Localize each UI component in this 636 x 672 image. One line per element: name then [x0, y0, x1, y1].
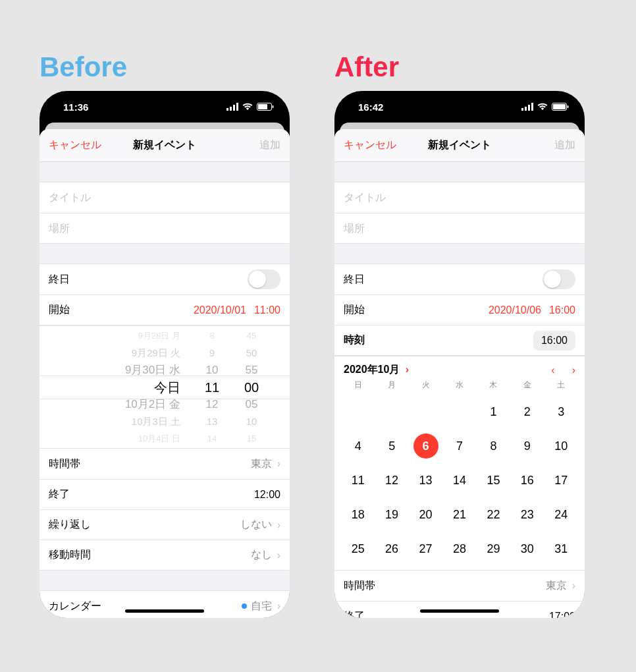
- sheet-navbar: キャンセル 新規イベント 追加: [334, 129, 585, 162]
- add-button[interactable]: 追加: [554, 138, 575, 152]
- timezone-row[interactable]: 時間帯 東京 ›: [40, 449, 290, 479]
- calendar-day[interactable]: 30: [510, 532, 544, 566]
- picker-row[interactable]: 10月4日 日: [79, 430, 180, 447]
- picker-row[interactable]: 今日: [79, 379, 180, 396]
- add-button[interactable]: 追加: [259, 138, 280, 152]
- calendar-day[interactable]: 29: [477, 532, 510, 566]
- calendar-day[interactable]: 6: [409, 429, 442, 463]
- travel-row[interactable]: 移動時間 なし ›: [40, 540, 290, 570]
- title-field[interactable]: [334, 182, 585, 213]
- calendar-day[interactable]: 7: [442, 429, 476, 463]
- calendar-day[interactable]: 11: [341, 463, 375, 497]
- picker-row[interactable]: 9月29日 火: [79, 345, 180, 362]
- calendar-day[interactable]: 17: [544, 463, 578, 497]
- picker-row[interactable]: 55: [246, 362, 258, 379]
- allday-row[interactable]: 終日: [334, 264, 585, 294]
- picker-row[interactable]: 05: [246, 396, 258, 413]
- picker-row[interactable]: 15: [247, 430, 256, 447]
- modal-sheet: キャンセル 新規イベント 追加: [334, 129, 585, 618]
- start-date-value: 2020/10/06: [489, 304, 541, 316]
- title-input[interactable]: [344, 192, 575, 204]
- start-row[interactable]: 開始 2020/10/0111:00: [40, 294, 290, 325]
- picker-row[interactable]: 10月3日 土: [79, 413, 180, 430]
- label-after: After: [334, 51, 399, 83]
- calendar-day[interactable]: 12: [375, 463, 408, 497]
- svg-rect-2: [233, 105, 235, 111]
- calendar-day[interactable]: 23: [510, 497, 544, 532]
- picker-row[interactable]: 10: [206, 362, 219, 379]
- calendar-day[interactable]: 21: [442, 497, 476, 532]
- calendar-day[interactable]: 13: [409, 463, 442, 497]
- calendar-value: 自宅: [251, 600, 272, 611]
- picker-row[interactable]: 11: [205, 379, 219, 396]
- calendar-day[interactable]: 19: [375, 497, 408, 532]
- title-input[interactable]: [49, 192, 280, 204]
- time-row[interactable]: 時刻 16:00: [334, 325, 585, 355]
- picker-row[interactable]: 9月30日 水: [79, 362, 180, 379]
- calendar-row[interactable]: カレンダー 自宅 ›: [40, 591, 290, 618]
- calendar-day[interactable]: 9: [510, 429, 544, 463]
- calendar-day[interactable]: 16: [510, 463, 544, 497]
- calendar-day[interactable]: 27: [409, 532, 442, 566]
- end-row[interactable]: 終了 12:00: [40, 479, 290, 509]
- allday-label: 終日: [344, 273, 365, 287]
- picker-row[interactable]: 14: [207, 430, 217, 447]
- location-input[interactable]: [344, 223, 575, 235]
- picker-row[interactable]: 9: [209, 345, 215, 362]
- calendar-day[interactable]: 31: [544, 532, 578, 566]
- picker-row[interactable]: 10: [246, 413, 257, 430]
- picker-row[interactable]: 13: [207, 413, 218, 430]
- cancel-button[interactable]: キャンセル: [344, 138, 396, 152]
- calendar-day[interactable]: 22: [477, 497, 510, 532]
- calendar-day[interactable]: 2: [510, 395, 544, 429]
- timezone-row[interactable]: 時間帯 東京 ›: [334, 571, 585, 601]
- calendar-day[interactable]: 18: [341, 497, 375, 532]
- calendar-day[interactable]: 14: [442, 463, 476, 497]
- allday-toggle[interactable]: [543, 269, 575, 289]
- time-pill[interactable]: 16:00: [533, 331, 575, 350]
- month-picker[interactable]: 2020年10月 ›: [344, 363, 409, 377]
- next-month-button[interactable]: ›: [572, 364, 575, 376]
- calendar-day[interactable]: 4: [341, 429, 375, 463]
- repeat-row[interactable]: 繰り返し しない ›: [40, 509, 290, 540]
- allday-label: 終日: [49, 273, 70, 287]
- calendar-grid[interactable]: 1234567891011121314151617181920212223242…: [334, 395, 585, 570]
- start-row[interactable]: 開始 2020/10/0616:00: [334, 294, 585, 325]
- cellular-icon: [226, 103, 238, 111]
- status-icons: [521, 103, 569, 111]
- chevron-right-icon: ›: [277, 549, 280, 561]
- picker-row[interactable]: 50: [246, 345, 257, 362]
- calendar-day[interactable]: 15: [477, 463, 510, 497]
- picker-row[interactable]: 9月28日 月: [79, 327, 180, 345]
- calendar-day[interactable]: 25: [341, 532, 375, 566]
- title-field[interactable]: [40, 182, 290, 213]
- picker-row[interactable]: 00: [244, 379, 259, 396]
- end-value: 17:00: [549, 611, 575, 619]
- cancel-button[interactable]: キャンセル: [49, 138, 101, 152]
- calendar-day[interactable]: 10: [544, 429, 578, 463]
- datetime-wheel-picker[interactable]: 9月28日 月9月29日 火9月30日 水今日10月2日 金10月3日 土10月…: [40, 325, 290, 448]
- allday-toggle[interactable]: [248, 269, 280, 289]
- calendar-day[interactable]: 20: [409, 497, 442, 532]
- picker-row[interactable]: 45: [247, 327, 256, 345]
- svg-rect-3: [236, 103, 238, 111]
- label-before: Before: [40, 51, 127, 83]
- picker-row[interactable]: 12: [206, 396, 219, 413]
- location-input[interactable]: [49, 223, 280, 235]
- calendar-day[interactable]: 3: [544, 395, 578, 429]
- calendar-day[interactable]: 1: [477, 395, 510, 429]
- calendar-day[interactable]: 24: [544, 497, 578, 532]
- calendar-day[interactable]: 28: [442, 532, 476, 566]
- battery-icon: [552, 103, 569, 111]
- prev-month-button[interactable]: ‹: [551, 364, 554, 376]
- picker-row[interactable]: 8: [209, 327, 214, 345]
- start-time-value: 11:00: [254, 304, 280, 316]
- picker-row[interactable]: 10月2日 金: [79, 396, 180, 413]
- allday-row[interactable]: 終日: [40, 264, 290, 294]
- calendar-day[interactable]: 5: [375, 429, 408, 463]
- location-field[interactable]: [40, 213, 290, 243]
- location-field[interactable]: [334, 213, 585, 243]
- calendar-day[interactable]: 8: [477, 429, 510, 463]
- calendar-day[interactable]: 26: [375, 532, 408, 566]
- svg-rect-5: [258, 104, 267, 109]
